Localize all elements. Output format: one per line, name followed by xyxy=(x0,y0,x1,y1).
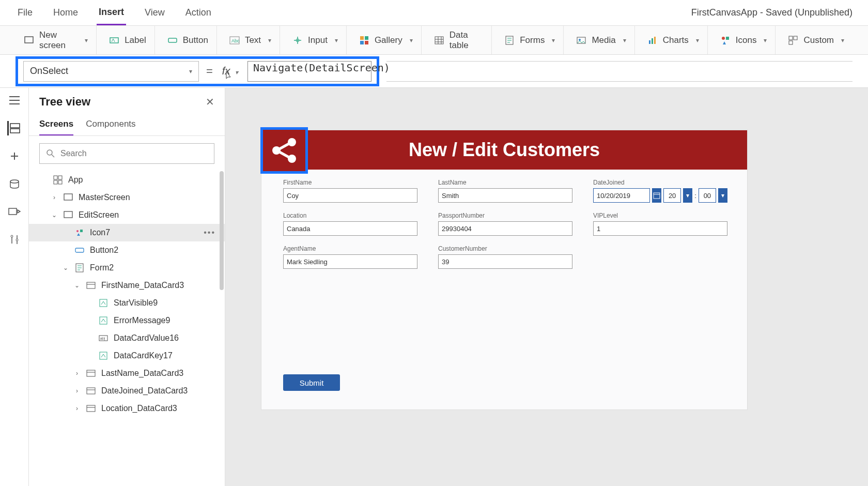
tree-item-datacardkey17[interactable]: DataCardKey17 xyxy=(29,347,225,364)
ribbon-new-screen[interactable]: New screen▾ xyxy=(16,26,97,54)
ribbon-custom-label: Custom xyxy=(803,35,834,45)
svg-rect-16 xyxy=(654,37,656,44)
menu-file[interactable]: File xyxy=(16,1,35,24)
input-location[interactable] xyxy=(283,221,417,236)
input-custno[interactable] xyxy=(438,254,572,269)
input-date[interactable] xyxy=(593,188,650,203)
tree-tabs: Screens Components xyxy=(29,112,225,136)
svg-text:Abc: Abc xyxy=(231,38,240,43)
tree-item-label: DataCardKey17 xyxy=(114,351,173,360)
tree-title: Tree view xyxy=(39,95,90,109)
ribbon-text[interactable]: Abc Text▾ xyxy=(221,26,280,54)
rail-tree-view[interactable] xyxy=(7,121,22,135)
ribbon-forms[interactable]: Forms▾ xyxy=(496,26,564,54)
hour-drop-icon[interactable]: ▾ xyxy=(683,188,692,203)
ribbon-gallery-label: Gallery xyxy=(375,35,402,45)
twisty-icon[interactable]: › xyxy=(51,194,58,201)
tab-screens[interactable]: Screens xyxy=(39,115,73,135)
ribbon-charts[interactable]: Charts▾ xyxy=(639,26,708,54)
input-agent[interactable] xyxy=(283,254,417,269)
tree-item-button2[interactable]: Button2 xyxy=(29,241,225,259)
ribbon-label[interactable]: Label xyxy=(101,26,155,54)
twisty-icon[interactable]: ⌄ xyxy=(51,211,58,219)
tree-search[interactable] xyxy=(39,143,214,164)
svg-rect-30 xyxy=(58,176,62,179)
selected-icon-control[interactable] xyxy=(260,127,308,174)
ribbon-gallery[interactable]: Gallery▾ xyxy=(351,26,422,54)
input-hour[interactable] xyxy=(663,188,681,203)
submit-button[interactable]: Submit xyxy=(283,374,340,391)
tree-item-editscreen[interactable]: ⌄EditScreen xyxy=(29,206,225,224)
menu-home[interactable]: Home xyxy=(51,1,80,24)
tree-item-label: Button2 xyxy=(90,246,118,255)
canvas-area: New / Edit Customers FirstName LastName … xyxy=(225,88,868,486)
tree-item-masterscreen[interactable]: ›MasterScreen xyxy=(29,189,225,206)
tree-item-firstname_datacard3[interactable]: ⌄FirstName_DataCard3 xyxy=(29,277,225,294)
ribbon-new-screen-label: New screen xyxy=(39,30,78,51)
rail-media[interactable] xyxy=(7,205,22,219)
ribbon-media[interactable]: Media▾ xyxy=(568,26,634,54)
svg-rect-14 xyxy=(649,40,650,44)
input-passport[interactable] xyxy=(438,221,572,236)
input-firstname[interactable] xyxy=(283,188,417,203)
formula-input[interactable]: Navigate(DetailScreen) xyxy=(247,61,371,82)
tree-item-lastname_datacard3[interactable]: ›LastName_DataCard3 xyxy=(29,364,225,382)
ctl-icon xyxy=(98,351,109,360)
field-lastname: LastName xyxy=(438,179,572,203)
twisty-icon[interactable]: ⌄ xyxy=(73,282,81,289)
ribbon-input[interactable]: Input▾ xyxy=(284,26,347,54)
formula-bar-extension[interactable] xyxy=(386,61,853,82)
svg-text:ab|: ab| xyxy=(100,337,105,341)
rail-data[interactable] xyxy=(7,177,22,191)
tab-components[interactable]: Components xyxy=(86,115,135,135)
tree-item-label: DataCardValue16 xyxy=(114,333,179,343)
tree-item-datacardvalue16[interactable]: ab|DataCardValue16 xyxy=(29,329,225,347)
tree-item-icon7[interactable]: Icon7••• xyxy=(29,224,225,241)
fx-button[interactable]: fx ▾ xyxy=(220,65,240,77)
rail-hamburger[interactable] xyxy=(7,93,22,108)
svg-rect-53 xyxy=(654,193,660,199)
tree-item-location_datacard3[interactable]: ›Location_DataCard3 xyxy=(29,400,225,417)
canvas-screen[interactable]: New / Edit Customers FirstName LastName … xyxy=(261,130,747,409)
close-icon[interactable]: ✕ xyxy=(206,96,214,108)
menu-insert[interactable]: Insert xyxy=(97,1,126,25)
svg-rect-34 xyxy=(64,211,72,218)
input-vip[interactable] xyxy=(593,221,727,236)
tree-search-input[interactable] xyxy=(60,149,208,158)
twisty-icon[interactable]: › xyxy=(73,370,81,377)
calendar-icon[interactable] xyxy=(652,188,661,203)
rail-advanced[interactable] xyxy=(7,233,22,247)
twisty-icon[interactable]: › xyxy=(73,387,81,394)
tree-item-starvisible9[interactable]: StarVisible9 xyxy=(29,294,225,312)
svg-rect-44 xyxy=(100,352,107,359)
tree-item-app[interactable]: App xyxy=(29,171,225,189)
ribbon-data-table[interactable]: Data table xyxy=(426,26,492,54)
svg-point-35 xyxy=(76,230,79,232)
twisty-icon[interactable]: › xyxy=(73,405,81,412)
minute-drop-icon[interactable]: ▾ xyxy=(718,188,727,203)
ribbon: New screen▾ Label Button Abc Text▾ Input… xyxy=(0,26,868,55)
rail-insert[interactable] xyxy=(7,149,22,163)
ribbon-icons[interactable]: Icons▾ xyxy=(712,26,776,54)
input-minute[interactable] xyxy=(699,188,716,203)
menu-action[interactable]: Action xyxy=(183,1,213,24)
input-lastname[interactable] xyxy=(438,188,572,203)
tree-item-form2[interactable]: ⌄Form2 xyxy=(29,259,225,277)
ribbon-media-label: Media xyxy=(592,35,615,45)
tree-item-errormessage9[interactable]: ErrorMessage9 xyxy=(29,312,225,329)
card-icon xyxy=(86,386,96,396)
scrollbar[interactable] xyxy=(220,171,224,290)
svg-rect-10 xyxy=(435,37,443,44)
tree-item-label: App xyxy=(68,175,83,185)
property-selector[interactable]: OnSelect ▾ xyxy=(23,61,199,82)
menu-view[interactable]: View xyxy=(143,1,167,24)
time-separator: : xyxy=(694,192,696,200)
ribbon-custom[interactable]: Custom▾ xyxy=(780,26,853,54)
tree-item-datejoined_datacard3[interactable]: ›DateJoined_DataCard3 xyxy=(29,382,225,400)
svg-rect-18 xyxy=(726,37,729,40)
tree-item-label: FirstName_DataCard3 xyxy=(101,281,184,290)
twisty-icon[interactable]: ⌄ xyxy=(62,264,69,271)
form-icon xyxy=(74,263,85,272)
ribbon-button[interactable]: Button xyxy=(159,26,217,54)
svg-point-28 xyxy=(47,150,52,155)
